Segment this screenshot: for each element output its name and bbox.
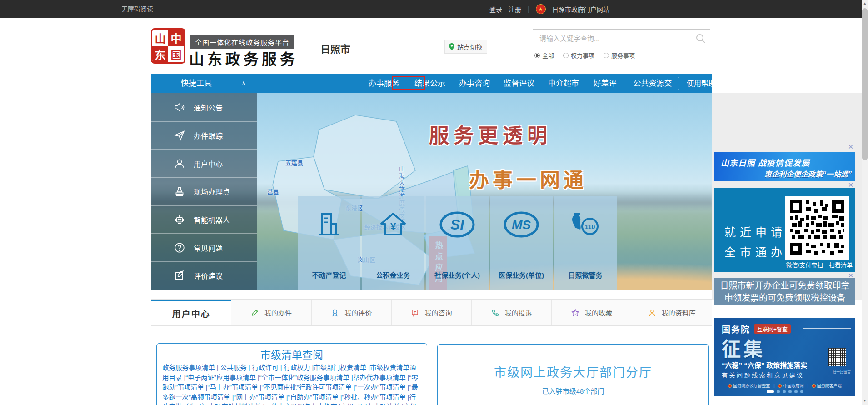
svg-text:¥: ¥ (390, 221, 396, 232)
site-switch-button[interactable]: 站点切换 (444, 40, 487, 54)
state-council-banner[interactable]: 国务院 互联网+督查 征集 “六稳” “六保” 政策措施落实 有关问题线索和意见… (714, 318, 855, 396)
tab-my-reviews[interactable]: 我的评价 (312, 300, 392, 325)
banner-slogan-2: 办事一网通 (469, 164, 587, 193)
page-scrollbar[interactable]: ▲ ▼ (862, 0, 868, 405)
login-link[interactable]: 登录 (489, 5, 502, 14)
register-link[interactable]: 注册 (509, 5, 521, 14)
tab-my-favorites[interactable]: 我的收藏 (552, 300, 632, 325)
app-card-housing-fund[interactable]: ¥ 公积金业务 (362, 196, 424, 290)
app-card-police[interactable]: 110 日照微警务 (554, 196, 617, 290)
seal-char: 中 (168, 30, 184, 46)
search-icon[interactable] (695, 33, 706, 44)
tab-label: 我的收藏 (585, 308, 612, 317)
location-pin-icon (449, 43, 454, 50)
carousel-dot[interactable] (800, 390, 803, 393)
police-110-icon: 110 (569, 210, 602, 239)
tab-my-consults[interactable]: 我的咨询 (392, 300, 472, 325)
national-emblem-icon: ★ (536, 4, 546, 14)
accessibility-link[interactable]: 无障碍阅读 (121, 0, 153, 18)
notice-line: 申领发票的可免费领取税控设备 (714, 292, 855, 304)
menu-item-onsite[interactable]: 现场办理点 (151, 177, 257, 205)
carousel-dot-active[interactable] (767, 390, 774, 393)
app-card-social-insurance[interactable]: SI 社保业务(个人) (426, 196, 489, 290)
org-name: 国务院 (722, 323, 750, 335)
tab-user-center[interactable]: 用户中心 (151, 300, 231, 325)
seal-char: 国 (168, 46, 184, 62)
new-business-notice-banner[interactable]: 日照市新开办企业可免费领取印章 申领发票的可免费领取税控设备 (714, 278, 855, 305)
qr-code-image (788, 199, 846, 257)
menu-item-user-center[interactable]: 用户中心 (151, 149, 257, 177)
carousel-dot[interactable] (783, 390, 786, 393)
phone-icon (491, 309, 499, 317)
city-name: 日照市 (320, 41, 350, 55)
scroll-down-arrow[interactable]: ▼ (862, 398, 868, 404)
menu-item-faq[interactable]: 常见问题 (151, 233, 257, 261)
search-input[interactable] (533, 30, 710, 47)
divider-line (719, 380, 851, 380)
header: 山 中 东 国 全国一体化在线政务服务平台 山东政务服务 日照市 站点切换 全部… (0, 18, 862, 74)
svg-text:110: 110 (585, 223, 595, 230)
shandong-seal-logo: 山 中 东 国 (151, 28, 185, 64)
carousel-dot[interactable] (788, 390, 792, 393)
nav-quick-tools[interactable]: 快捷工具 ∧ (151, 74, 257, 93)
quick-tools-label: 快捷工具 (181, 74, 212, 93)
scope-label: 全部 (542, 51, 554, 60)
search-scope-group: 全部 权力事项 服务事项 (534, 51, 635, 60)
tab-label: 我的咨询 (424, 308, 452, 317)
qr-code (785, 196, 849, 260)
app-card-label: 医保业务(单位) (490, 270, 553, 280)
menu-item-tracking[interactable]: 办件跟踪 (151, 121, 257, 150)
menu-item-notices[interactable]: 通知公告 (151, 93, 257, 121)
tab-my-items[interactable]: 我的办件 (231, 300, 311, 325)
scope-radio-all[interactable]: 全部 (534, 51, 554, 60)
app-card-medical-insurance[interactable]: MS 医保业务(单位) (490, 196, 553, 290)
chevron-up-icon: ∧ (242, 74, 246, 92)
app-card-label: 不动产登记 (298, 270, 360, 280)
person-icon (648, 309, 656, 317)
nav-item-agency[interactable]: 中介超市 (542, 74, 585, 93)
qr-caption: 微信/支付宝扫一扫看清单 (786, 260, 853, 269)
nav-item-review[interactable]: 好差评 (583, 74, 627, 93)
footer-item: 中国政府网 (783, 383, 803, 389)
emblem-icon (778, 384, 782, 388)
scope-radio-power[interactable]: 权力事项 (563, 51, 594, 60)
help-button[interactable]: 使用帮助 (678, 77, 724, 90)
dept-hall-panel[interactable]: 市级网上政务大厅部门分厅 已入驻市级48个部门 (437, 344, 709, 405)
tab-my-library[interactable]: 我的资料库 (632, 300, 712, 325)
scroll-up-arrow[interactable]: ▲ (862, 0, 868, 7)
close-icon[interactable]: × (846, 143, 855, 151)
tab-label: 我的办件 (264, 308, 292, 317)
topbar-divider: | (528, 5, 529, 13)
epidemic-policy-banner[interactable]: 山东日照 战疫情促发展 惠企利企便企政策“一站通” (714, 152, 855, 181)
scope-label: 权力事项 (571, 51, 594, 60)
medal-icon (331, 309, 339, 317)
nav-item-supervise[interactable]: 监督评议 (497, 74, 541, 93)
citywide-service-qr-banner[interactable]: 就近申请 全市通办 (714, 188, 855, 272)
menu-item-robot[interactable]: 智能机器人 (151, 205, 257, 234)
pencil-icon (251, 309, 259, 317)
nav-item-consult[interactable]: 办事咨询 (453, 74, 496, 93)
list-panel-links[interactable]: 政务服务事项清单 | 公共服务 | 行政许可 | 行政权力 |市级部门权责清单 … (157, 363, 427, 405)
nav-item-results[interactable]: 结果公示 (408, 74, 452, 93)
scope-radio-service[interactable]: 服务事项 (604, 51, 635, 60)
paper-plane-icon (174, 130, 185, 141)
app-card-label: 社保业务(个人) (426, 270, 489, 280)
tab-label: 我的评价 (344, 308, 372, 317)
qr-caption: 扫一扫留言 (833, 369, 851, 374)
app-card-real-estate[interactable]: 不动产登记 (298, 196, 360, 290)
menu-item-label: 用户中心 (194, 158, 223, 169)
portal-site-link[interactable]: 日照市政府门户网站 (552, 5, 609, 14)
hall-panel-title: 市级网上政务大厅部门分厅 (438, 363, 708, 380)
carousel-dot[interactable] (777, 390, 780, 393)
scrollbar-thumb[interactable] (862, 8, 868, 160)
carousel-dot[interactable] (794, 390, 798, 393)
tab-label: 我的投诉 (505, 308, 532, 317)
carousel-dots (714, 390, 855, 393)
menu-item-feedback[interactable]: 评价建议 (151, 261, 257, 290)
menu-item-label: 通知公告 (194, 102, 223, 113)
tab-my-complaints[interactable]: 我的投诉 (472, 300, 552, 325)
platform-badge: 全国一体化在线政务服务平台 (190, 35, 294, 49)
notice-line: 日照市新开办企业可免费领取印章 (714, 280, 855, 292)
policy-line: “六稳” “六保” 政策措施落实 (722, 360, 807, 370)
city-list-panel: 市级清单查阅 政务服务事项清单 | 公共服务 | 行政许可 | 行政权力 |市级… (156, 343, 427, 405)
